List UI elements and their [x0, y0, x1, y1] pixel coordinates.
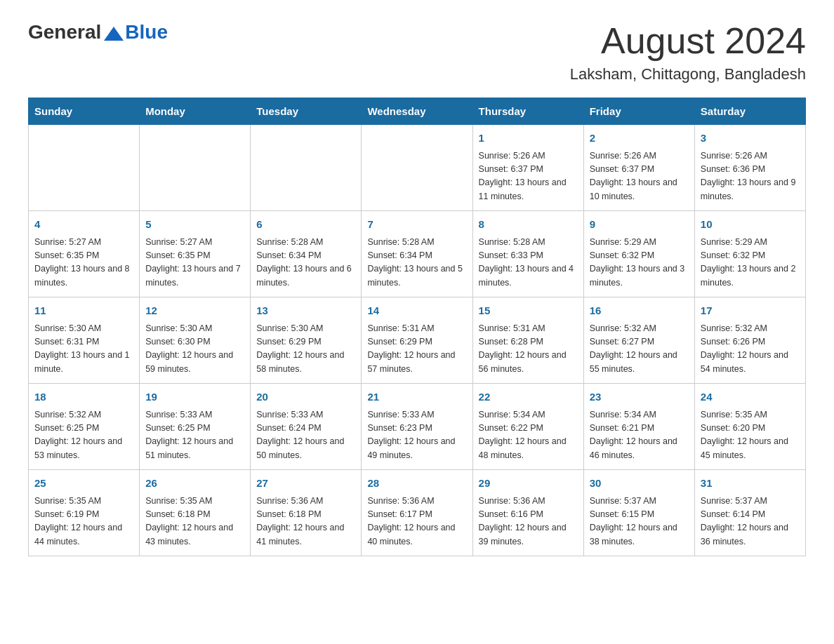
day-info: Sunrise: 5:28 AMSunset: 6:34 PMDaylight:…	[367, 236, 466, 290]
day-number: 6	[256, 217, 355, 233]
day-number: 22	[479, 389, 578, 405]
day-number: 23	[590, 389, 689, 405]
day-number: 18	[34, 389, 133, 405]
calendar-table: SundayMondayTuesdayWednesdayThursdayFrid…	[28, 98, 806, 556]
calendar-cell: 27Sunrise: 5:36 AMSunset: 6:18 PMDayligh…	[251, 470, 362, 556]
day-number: 11	[34, 303, 133, 319]
day-number: 21	[367, 389, 466, 405]
day-info: Sunrise: 5:26 AMSunset: 6:36 PMDaylight:…	[701, 149, 800, 204]
day-number: 12	[145, 303, 244, 319]
calendar-cell	[29, 125, 140, 211]
day-info: Sunrise: 5:30 AMSunset: 6:31 PMDaylight:…	[34, 322, 133, 377]
day-number: 8	[479, 217, 578, 233]
calendar-cell: 26Sunrise: 5:35 AMSunset: 6:18 PMDayligh…	[140, 470, 251, 556]
day-info: Sunrise: 5:29 AMSunset: 6:32 PMDaylight:…	[701, 236, 800, 290]
day-info: Sunrise: 5:30 AMSunset: 6:29 PMDaylight:…	[256, 322, 355, 377]
day-info: Sunrise: 5:26 AMSunset: 6:37 PMDaylight:…	[479, 149, 578, 204]
day-number: 4	[34, 217, 133, 233]
calendar-cell: 8Sunrise: 5:28 AMSunset: 6:33 PMDaylight…	[472, 211, 583, 297]
calendar-cell: 9Sunrise: 5:29 AMSunset: 6:32 PMDaylight…	[583, 211, 694, 297]
calendar-cell: 16Sunrise: 5:32 AMSunset: 6:27 PMDayligh…	[583, 297, 694, 384]
calendar-week-row: 25Sunrise: 5:35 AMSunset: 6:19 PMDayligh…	[29, 470, 806, 556]
calendar-week-row: 11Sunrise: 5:30 AMSunset: 6:31 PMDayligh…	[29, 297, 806, 384]
day-number: 19	[145, 389, 244, 405]
calendar-week-row: 1Sunrise: 5:26 AMSunset: 6:37 PMDaylight…	[29, 125, 806, 211]
calendar-cell: 7Sunrise: 5:28 AMSunset: 6:34 PMDaylight…	[362, 211, 472, 297]
day-number: 7	[367, 217, 466, 233]
day-info: Sunrise: 5:32 AMSunset: 6:27 PMDaylight:…	[590, 322, 689, 377]
calendar-cell: 29Sunrise: 5:36 AMSunset: 6:16 PMDayligh…	[472, 470, 583, 556]
calendar-cell: 25Sunrise: 5:35 AMSunset: 6:19 PMDayligh…	[29, 470, 140, 556]
day-info: Sunrise: 5:36 AMSunset: 6:18 PMDaylight:…	[256, 495, 355, 549]
day-number: 24	[701, 389, 800, 405]
calendar-cell: 28Sunrise: 5:36 AMSunset: 6:17 PMDayligh…	[362, 470, 472, 556]
calendar-cell	[140, 125, 251, 211]
calendar-cell: 14Sunrise: 5:31 AMSunset: 6:29 PMDayligh…	[362, 297, 472, 384]
day-info: Sunrise: 5:33 AMSunset: 6:23 PMDaylight:…	[367, 408, 466, 463]
column-header-sunday: Sunday	[29, 98, 140, 125]
day-info: Sunrise: 5:36 AMSunset: 6:17 PMDaylight:…	[367, 495, 466, 549]
column-header-saturday: Saturday	[694, 98, 805, 125]
day-number: 20	[256, 389, 355, 405]
day-number: 26	[145, 476, 244, 492]
column-header-wednesday: Wednesday	[362, 98, 472, 125]
logo-general-text: General	[28, 21, 101, 43]
day-info: Sunrise: 5:37 AMSunset: 6:14 PMDaylight:…	[701, 495, 800, 549]
calendar-week-row: 4Sunrise: 5:27 AMSunset: 6:35 PMDaylight…	[29, 211, 806, 297]
day-info: Sunrise: 5:32 AMSunset: 6:26 PMDaylight:…	[701, 322, 800, 377]
day-info: Sunrise: 5:34 AMSunset: 6:21 PMDaylight:…	[590, 408, 689, 463]
location-title: Laksham, Chittagong, Bangladesh	[570, 65, 806, 83]
calendar-cell: 13Sunrise: 5:30 AMSunset: 6:29 PMDayligh…	[251, 297, 362, 384]
calendar-cell: 18Sunrise: 5:32 AMSunset: 6:25 PMDayligh…	[29, 384, 140, 470]
day-number: 30	[590, 476, 689, 492]
day-info: Sunrise: 5:37 AMSunset: 6:15 PMDaylight:…	[590, 495, 689, 549]
calendar-cell: 1Sunrise: 5:26 AMSunset: 6:37 PMDaylight…	[472, 125, 583, 211]
day-number: 1	[479, 130, 578, 147]
calendar-cell: 19Sunrise: 5:33 AMSunset: 6:25 PMDayligh…	[140, 384, 251, 470]
column-header-thursday: Thursday	[472, 98, 583, 125]
day-info: Sunrise: 5:26 AMSunset: 6:37 PMDaylight:…	[590, 149, 689, 204]
day-number: 14	[367, 303, 466, 319]
day-info: Sunrise: 5:33 AMSunset: 6:25 PMDaylight:…	[145, 408, 244, 463]
day-number: 2	[590, 130, 689, 147]
title-area: August 2024 Laksham, Chittagong, Banglad…	[570, 21, 806, 83]
column-header-tuesday: Tuesday	[251, 98, 362, 125]
calendar-cell: 24Sunrise: 5:35 AMSunset: 6:20 PMDayligh…	[694, 384, 805, 470]
calendar-cell: 4Sunrise: 5:27 AMSunset: 6:35 PMDaylight…	[29, 211, 140, 297]
day-number: 31	[701, 476, 800, 492]
calendar-cell	[362, 125, 472, 211]
day-info: Sunrise: 5:36 AMSunset: 6:16 PMDaylight:…	[479, 495, 578, 549]
day-info: Sunrise: 5:31 AMSunset: 6:29 PMDaylight:…	[367, 322, 466, 377]
calendar-cell: 21Sunrise: 5:33 AMSunset: 6:23 PMDayligh…	[362, 384, 472, 470]
calendar-cell: 30Sunrise: 5:37 AMSunset: 6:15 PMDayligh…	[583, 470, 694, 556]
day-number: 16	[590, 303, 689, 319]
calendar-cell: 12Sunrise: 5:30 AMSunset: 6:30 PMDayligh…	[140, 297, 251, 384]
logo: General Blue	[28, 21, 168, 43]
day-info: Sunrise: 5:35 AMSunset: 6:20 PMDaylight:…	[701, 408, 800, 463]
logo-triangle-icon	[104, 27, 124, 41]
calendar-cell: 31Sunrise: 5:37 AMSunset: 6:14 PMDayligh…	[694, 470, 805, 556]
calendar-cell	[251, 125, 362, 211]
day-info: Sunrise: 5:27 AMSunset: 6:35 PMDaylight:…	[34, 236, 133, 290]
calendar-cell: 10Sunrise: 5:29 AMSunset: 6:32 PMDayligh…	[694, 211, 805, 297]
month-title: August 2024	[570, 21, 806, 61]
calendar-cell: 6Sunrise: 5:28 AMSunset: 6:34 PMDaylight…	[251, 211, 362, 297]
day-info: Sunrise: 5:31 AMSunset: 6:28 PMDaylight:…	[479, 322, 578, 377]
day-number: 13	[256, 303, 355, 319]
calendar-cell: 17Sunrise: 5:32 AMSunset: 6:26 PMDayligh…	[694, 297, 805, 384]
column-header-friday: Friday	[583, 98, 694, 125]
calendar-cell: 20Sunrise: 5:33 AMSunset: 6:24 PMDayligh…	[251, 384, 362, 470]
day-info: Sunrise: 5:34 AMSunset: 6:22 PMDaylight:…	[479, 408, 578, 463]
day-info: Sunrise: 5:35 AMSunset: 6:18 PMDaylight:…	[145, 495, 244, 549]
calendar-cell: 11Sunrise: 5:30 AMSunset: 6:31 PMDayligh…	[29, 297, 140, 384]
day-number: 25	[34, 476, 133, 492]
day-number: 27	[256, 476, 355, 492]
page-header: General Blue August 2024 Laksham, Chitta…	[28, 21, 806, 83]
day-info: Sunrise: 5:30 AMSunset: 6:30 PMDaylight:…	[145, 322, 244, 377]
calendar-cell: 23Sunrise: 5:34 AMSunset: 6:21 PMDayligh…	[583, 384, 694, 470]
day-number: 3	[701, 130, 800, 147]
day-number: 28	[367, 476, 466, 492]
calendar-week-row: 18Sunrise: 5:32 AMSunset: 6:25 PMDayligh…	[29, 384, 806, 470]
day-number: 17	[701, 303, 800, 319]
day-info: Sunrise: 5:29 AMSunset: 6:32 PMDaylight:…	[590, 236, 689, 290]
